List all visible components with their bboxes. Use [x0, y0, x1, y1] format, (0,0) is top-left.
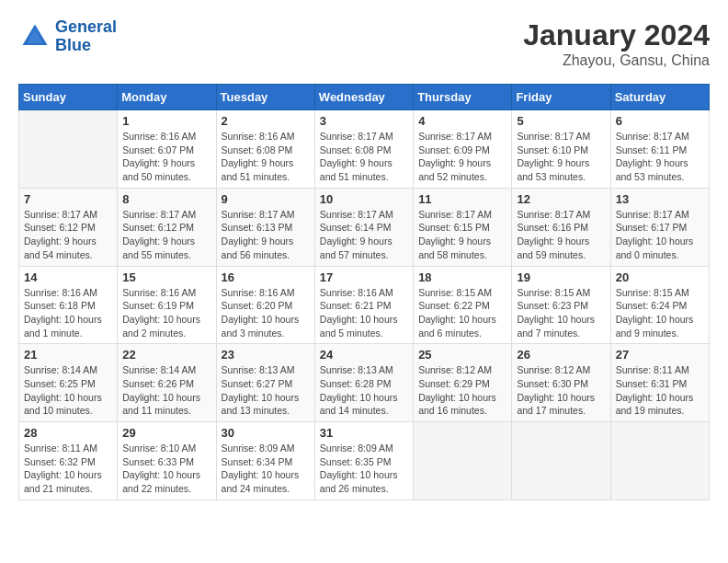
main-title: January 2024 — [523, 18, 710, 52]
day-info: Sunrise: 8:16 AMSunset: 6:19 PMDaylight:… — [122, 286, 210, 340]
calendar-week-row: 28Sunrise: 8:11 AMSunset: 6:32 PMDayligh… — [19, 422, 710, 500]
day-info: Sunrise: 8:14 AMSunset: 6:25 PMDaylight:… — [24, 363, 112, 418]
header-day: Monday — [118, 85, 216, 110]
header-day: Sunday — [19, 85, 118, 110]
calendar-cell: 7Sunrise: 8:17 AMSunset: 6:12 PMDaylight… — [19, 188, 118, 266]
calendar-cell: 29Sunrise: 8:10 AMSunset: 6:33 PMDayligh… — [118, 422, 216, 500]
calendar-cell: 24Sunrise: 8:13 AMSunset: 6:28 PMDayligh… — [314, 344, 413, 422]
day-number: 19 — [517, 270, 605, 284]
subtitle: Zhayou, Gansu, China — [523, 52, 710, 69]
header-day: Friday — [512, 85, 610, 110]
day-number: 11 — [418, 192, 506, 206]
day-number: 3 — [320, 114, 408, 128]
day-info: Sunrise: 8:13 AMSunset: 6:27 PMDaylight:… — [222, 363, 310, 418]
day-info: Sunrise: 8:16 AMSunset: 6:20 PMDaylight:… — [222, 286, 310, 340]
day-number: 16 — [222, 270, 310, 284]
day-number: 20 — [616, 270, 704, 284]
day-info: Sunrise: 8:10 AMSunset: 6:33 PMDaylight:… — [122, 442, 210, 496]
day-number: 2 — [222, 114, 310, 128]
day-info: Sunrise: 8:16 AMSunset: 6:21 PMDaylight:… — [320, 286, 408, 340]
day-number: 24 — [320, 348, 408, 362]
day-info: Sunrise: 8:17 AMSunset: 6:16 PMDaylight:… — [517, 208, 605, 262]
day-number: 18 — [418, 270, 506, 284]
day-info: Sunrise: 8:17 AMSunset: 6:11 PMDaylight:… — [616, 130, 704, 184]
calendar-cell: 5Sunrise: 8:17 AMSunset: 6:10 PMDaylight… — [512, 110, 610, 189]
day-number: 22 — [122, 348, 210, 362]
day-info: Sunrise: 8:17 AMSunset: 6:12 PMDaylight:… — [122, 208, 210, 262]
day-info: Sunrise: 8:09 AMSunset: 6:34 PMDaylight:… — [222, 442, 310, 496]
day-number: 4 — [418, 114, 506, 128]
calendar-cell: 21Sunrise: 8:14 AMSunset: 6:25 PMDayligh… — [19, 344, 118, 422]
calendar-cell — [414, 422, 512, 500]
day-info: Sunrise: 8:17 AMSunset: 6:08 PMDaylight:… — [320, 130, 408, 184]
calendar-cell: 1Sunrise: 8:16 AMSunset: 6:07 PMDaylight… — [118, 110, 216, 189]
header-day: Wednesday — [314, 85, 413, 110]
day-number: 12 — [517, 192, 605, 206]
calendar-cell: 31Sunrise: 8:09 AMSunset: 6:35 PMDayligh… — [314, 422, 413, 500]
day-info: Sunrise: 8:15 AMSunset: 6:23 PMDaylight:… — [517, 286, 605, 340]
day-number: 10 — [320, 192, 408, 206]
calendar-cell — [512, 422, 610, 500]
day-number: 14 — [24, 270, 112, 284]
calendar-body: 1Sunrise: 8:16 AMSunset: 6:07 PMDaylight… — [19, 110, 710, 500]
calendar-cell: 20Sunrise: 8:15 AMSunset: 6:24 PMDayligh… — [610, 266, 709, 344]
calendar-cell: 14Sunrise: 8:16 AMSunset: 6:18 PMDayligh… — [19, 266, 118, 344]
calendar-week-row: 14Sunrise: 8:16 AMSunset: 6:18 PMDayligh… — [19, 266, 710, 344]
calendar-week-row: 1Sunrise: 8:16 AMSunset: 6:07 PMDaylight… — [19, 110, 710, 189]
day-info: Sunrise: 8:09 AMSunset: 6:35 PMDaylight:… — [320, 442, 408, 496]
day-number: 6 — [616, 114, 704, 128]
calendar-header: SundayMondayTuesdayWednesdayThursdayFrid… — [19, 85, 710, 110]
day-info: Sunrise: 8:16 AMSunset: 6:08 PMDaylight:… — [222, 130, 310, 184]
day-info: Sunrise: 8:17 AMSunset: 6:15 PMDaylight:… — [418, 208, 506, 262]
calendar-cell: 26Sunrise: 8:12 AMSunset: 6:30 PMDayligh… — [512, 344, 610, 422]
logo-line1: General — [55, 17, 117, 36]
calendar-cell: 12Sunrise: 8:17 AMSunset: 6:16 PMDayligh… — [512, 188, 610, 266]
calendar-cell: 22Sunrise: 8:14 AMSunset: 6:26 PMDayligh… — [118, 344, 216, 422]
logo-icon — [18, 20, 51, 53]
day-number: 31 — [320, 426, 408, 440]
calendar-cell: 6Sunrise: 8:17 AMSunset: 6:11 PMDaylight… — [610, 110, 709, 189]
day-info: Sunrise: 8:17 AMSunset: 6:17 PMDaylight:… — [616, 208, 704, 262]
calendar-cell: 15Sunrise: 8:16 AMSunset: 6:19 PMDayligh… — [118, 266, 216, 344]
calendar-cell: 17Sunrise: 8:16 AMSunset: 6:21 PMDayligh… — [314, 266, 413, 344]
day-info: Sunrise: 8:14 AMSunset: 6:26 PMDaylight:… — [122, 363, 210, 418]
calendar-cell: 3Sunrise: 8:17 AMSunset: 6:08 PMDaylight… — [314, 110, 413, 189]
calendar-cell: 23Sunrise: 8:13 AMSunset: 6:27 PMDayligh… — [216, 344, 314, 422]
title-block: January 2024 Zhayou, Gansu, China — [523, 18, 710, 69]
day-info: Sunrise: 8:11 AMSunset: 6:32 PMDaylight:… — [24, 442, 112, 496]
day-info: Sunrise: 8:16 AMSunset: 6:18 PMDaylight:… — [24, 286, 112, 340]
header-day: Saturday — [610, 85, 709, 110]
calendar-cell: 27Sunrise: 8:11 AMSunset: 6:31 PMDayligh… — [610, 344, 709, 422]
calendar-cell: 16Sunrise: 8:16 AMSunset: 6:20 PMDayligh… — [216, 266, 314, 344]
day-info: Sunrise: 8:17 AMSunset: 6:09 PMDaylight:… — [418, 130, 506, 184]
day-info: Sunrise: 8:15 AMSunset: 6:22 PMDaylight:… — [418, 286, 506, 340]
calendar-cell: 9Sunrise: 8:17 AMSunset: 6:13 PMDaylight… — [216, 188, 314, 266]
calendar-cell: 4Sunrise: 8:17 AMSunset: 6:09 PMDaylight… — [414, 110, 512, 189]
day-info: Sunrise: 8:16 AMSunset: 6:07 PMDaylight:… — [122, 130, 210, 184]
calendar-table: SundayMondayTuesdayWednesdayThursdayFrid… — [18, 84, 710, 500]
day-number: 8 — [122, 192, 210, 206]
day-info: Sunrise: 8:12 AMSunset: 6:30 PMDaylight:… — [517, 363, 605, 418]
calendar-week-row: 21Sunrise: 8:14 AMSunset: 6:25 PMDayligh… — [19, 344, 710, 422]
calendar-cell — [19, 110, 118, 189]
logo-line2: Blue — [55, 36, 91, 54]
day-number: 26 — [517, 348, 605, 362]
day-number: 27 — [616, 348, 704, 362]
day-number: 17 — [320, 270, 408, 284]
day-number: 28 — [24, 426, 112, 440]
calendar-cell: 18Sunrise: 8:15 AMSunset: 6:22 PMDayligh… — [414, 266, 512, 344]
calendar-cell — [610, 422, 709, 500]
day-number: 29 — [122, 426, 210, 440]
day-info: Sunrise: 8:17 AMSunset: 6:13 PMDaylight:… — [222, 208, 310, 262]
day-number: 21 — [24, 348, 112, 362]
day-number: 7 — [24, 192, 112, 206]
header-day: Tuesday — [216, 85, 314, 110]
day-number: 1 — [122, 114, 210, 128]
day-info: Sunrise: 8:13 AMSunset: 6:28 PMDaylight:… — [320, 363, 408, 418]
calendar-cell: 13Sunrise: 8:17 AMSunset: 6:17 PMDayligh… — [610, 188, 709, 266]
day-info: Sunrise: 8:17 AMSunset: 6:12 PMDaylight:… — [24, 208, 112, 262]
calendar-cell: 8Sunrise: 8:17 AMSunset: 6:12 PMDaylight… — [118, 188, 216, 266]
header-day: Thursday — [414, 85, 512, 110]
calendar-cell: 28Sunrise: 8:11 AMSunset: 6:32 PMDayligh… — [19, 422, 118, 500]
day-number: 25 — [418, 348, 506, 362]
